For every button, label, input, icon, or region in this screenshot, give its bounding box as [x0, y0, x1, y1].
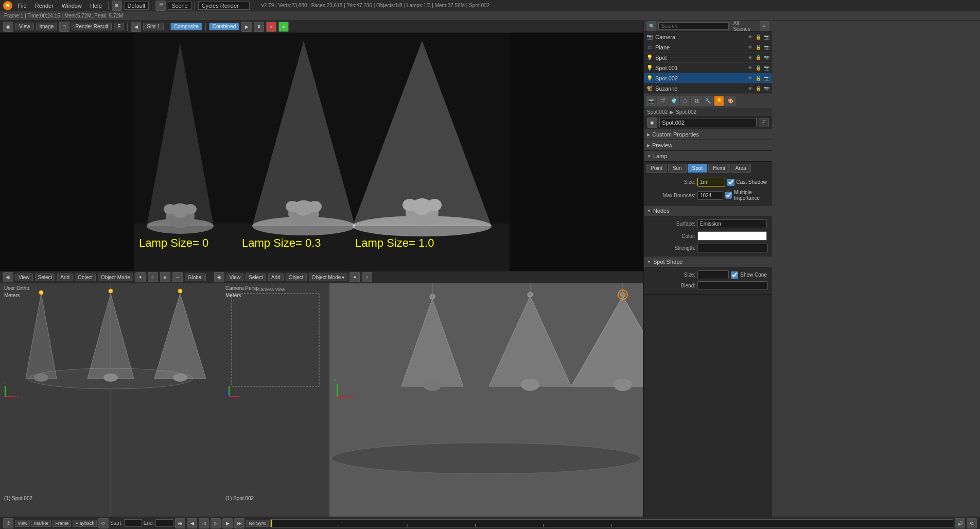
- prop-render-icon[interactable]: 📷: [646, 96, 656, 106]
- plane-eye-icon[interactable]: 👁: [746, 44, 754, 51]
- tl-end-input[interactable]: 250: [155, 519, 173, 527]
- vp-f-btn[interactable]: F: [114, 23, 124, 30]
- spot-eye-icon[interactable]: 👁: [746, 54, 754, 61]
- prop-constraint-icon[interactable]: ⛓: [691, 96, 702, 106]
- br-select-btn[interactable]: Select: [246, 274, 266, 281]
- lamp-tab-sun[interactable]: Sun: [668, 164, 687, 173]
- tl-sync-icon[interactable]: ⟳: [98, 518, 109, 528]
- multiple-importance-checkbox[interactable]: [725, 192, 732, 199]
- max-bounces-input[interactable]: [697, 191, 723, 200]
- bl-pivot-btn[interactable]: ⊕: [160, 272, 170, 282]
- spot-lock-icon[interactable]: 🔓: [755, 54, 762, 61]
- tl-jump-start-btn[interactable]: ⏮: [175, 518, 185, 528]
- menu-file[interactable]: File: [14, 2, 30, 10]
- tl-frame-btn[interactable]: Frame: [52, 520, 71, 527]
- scene-selector[interactable]: Scene: [168, 2, 191, 10]
- lamp-tab-point[interactable]: Point: [646, 164, 667, 173]
- spot001-eye-icon[interactable]: 👁: [746, 64, 754, 72]
- screen-name[interactable]: Default: [124, 2, 149, 10]
- suzanne-render-icon[interactable]: 📷: [763, 85, 770, 92]
- prop-world-icon[interactable]: 🌍: [669, 96, 679, 106]
- vp-compositor-btn[interactable]: Composite: [170, 23, 202, 30]
- tl-prev-frame-btn[interactable]: ◀: [187, 518, 197, 528]
- vp-image-menu[interactable]: Image: [36, 23, 58, 30]
- outliner-item-plane[interactable]: ▭ Plane 👁 🔓 📷: [644, 42, 772, 53]
- bl-mode-selector[interactable]: Object Mode: [98, 274, 133, 281]
- outliner-item-spot[interactable]: 💡 Spot 👁 🔓 📷: [644, 53, 772, 63]
- tl-play-reverse-btn[interactable]: ◁: [199, 518, 209, 528]
- tl-jump-end-btn[interactable]: ⏭: [234, 518, 244, 528]
- prop-lamp-icon[interactable]: 💡: [714, 96, 724, 106]
- prop-object-icon[interactable]: □: [680, 96, 690, 106]
- prop-name-icon[interactable]: ◉: [647, 117, 657, 128]
- camera-eye-icon[interactable]: 👁: [746, 33, 754, 41]
- bl-manipulator-btn[interactable]: ↔: [172, 272, 183, 282]
- outliner-menu-btn[interactable]: ≡: [760, 21, 769, 31]
- timeline-ruler[interactable]: [270, 519, 953, 527]
- camera-lock-icon[interactable]: 🔓: [755, 33, 762, 41]
- spot-render-icon[interactable]: 📷: [763, 54, 770, 61]
- spot001-lock-icon[interactable]: 🔓: [755, 64, 762, 72]
- custom-properties-header[interactable]: ▶ Custom Properties: [644, 129, 772, 140]
- render-engine-selector[interactable]: Cycles Render: [198, 2, 250, 10]
- vp-cancel-icon[interactable]: ✕: [266, 22, 276, 32]
- lamp-tab-spot[interactable]: Spot: [688, 164, 708, 173]
- spot-size-input[interactable]: 45°: [697, 270, 729, 279]
- f-button[interactable]: F: [759, 118, 769, 127]
- size-input[interactable]: [697, 178, 725, 186]
- spot002-eye-icon[interactable]: 👁: [746, 75, 754, 82]
- outliner-item-camera[interactable]: 📷 Camera 👁 🔓 📷: [644, 32, 772, 42]
- preview-header[interactable]: ▶ Preview: [644, 140, 772, 151]
- vp-slot-icon[interactable]: □: [59, 22, 69, 32]
- spot-shape-section-header[interactable]: ▼ Spot Shape: [644, 257, 772, 267]
- lamp-section-header[interactable]: ▼ Lamp: [644, 151, 772, 162]
- blend-input[interactable]: 0.150: [697, 281, 768, 290]
- menu-window[interactable]: Window: [59, 2, 85, 10]
- outliner-item-spot002[interactable]: 💡 Spot.002 👁 🔓 📷: [644, 73, 772, 83]
- vp-render-icon2[interactable]: ⏸: [254, 22, 264, 32]
- vp-combined-btn[interactable]: Combined: [209, 23, 240, 30]
- suzanne-lock-icon[interactable]: 🔓: [755, 85, 762, 92]
- tl-marker-btn[interactable]: Marker: [31, 520, 51, 527]
- tl-audio-icon[interactable]: 🔊: [955, 518, 965, 528]
- vp-slot-selector[interactable]: Slot 1: [143, 23, 164, 30]
- vp-view-menu[interactable]: View: [15, 23, 34, 30]
- br-shading-solid[interactable]: ●: [349, 272, 360, 282]
- outliner-search-input[interactable]: [658, 22, 729, 30]
- bl-object-btn[interactable]: Object: [75, 274, 96, 281]
- bl-select-btn[interactable]: Select: [35, 274, 56, 281]
- outliner-item-suzanne[interactable]: 🐒 Suzanne 👁 🔓 📷: [644, 83, 772, 94]
- strength-input[interactable]: 1000.000: [697, 244, 768, 252]
- tl-next-frame-btn[interactable]: ▶: [222, 518, 233, 528]
- lamp-tab-hemi[interactable]: Hemi: [708, 164, 729, 173]
- surface-value[interactable]: Emission: [697, 219, 767, 228]
- suzanne-eye-icon[interactable]: 👁: [746, 85, 754, 92]
- vp-prev-btn[interactable]: ◀: [131, 22, 141, 32]
- lamp-tab-area[interactable]: Area: [731, 164, 751, 173]
- bl-view-btn[interactable]: View: [15, 274, 33, 281]
- bl-shading-wire[interactable]: ○: [148, 272, 158, 282]
- vp-render-result[interactable]: Render Result: [72, 23, 112, 30]
- br-mode-selector[interactable]: Object Mode ▾: [309, 274, 348, 281]
- bl-vp-icon[interactable]: ◉: [3, 272, 13, 282]
- cast-shadow-checkbox[interactable]: [727, 179, 734, 186]
- prop-modifier-icon[interactable]: 🔧: [703, 96, 713, 106]
- tl-view-btn[interactable]: View: [15, 520, 30, 527]
- tl-settings-icon[interactable]: ⚙: [967, 518, 977, 528]
- tl-icon[interactable]: ⏱: [3, 518, 13, 528]
- tl-start-input[interactable]: 1: [124, 519, 142, 527]
- plane-lock-icon[interactable]: 🔓: [755, 44, 762, 51]
- tl-play-btn[interactable]: ▷: [211, 518, 221, 528]
- outliner-item-spot001[interactable]: 💡 Spot.001 👁 🔓 📷: [644, 63, 772, 73]
- spot002-render-icon[interactable]: 📷: [763, 75, 770, 82]
- show-cone-checkbox[interactable]: [731, 271, 738, 279]
- br-vp-icon[interactable]: ◉: [214, 272, 224, 282]
- scene-icon-btn[interactable]: 🎬: [155, 1, 166, 11]
- bl-global-btn[interactable]: Global: [185, 274, 206, 281]
- br-add-btn[interactable]: Add: [268, 274, 284, 281]
- br-shading-2[interactable]: ○: [362, 272, 372, 282]
- color-swatch[interactable]: [697, 231, 767, 241]
- object-name-input[interactable]: [659, 118, 757, 127]
- spot001-render-icon[interactable]: 📷: [763, 64, 770, 72]
- tl-sync-dropdown[interactable]: No Sync: [246, 520, 269, 527]
